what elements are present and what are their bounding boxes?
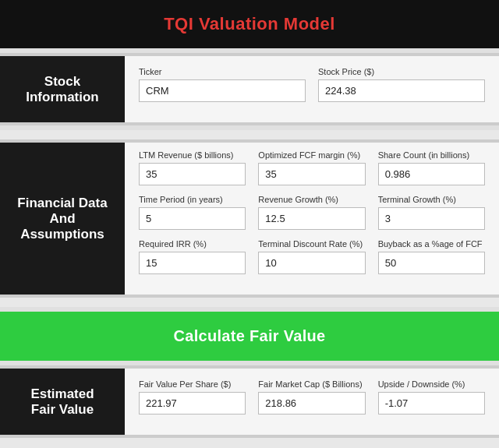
required-irr-group: Required IRR (%) xyxy=(139,239,246,274)
required-irr-input[interactable] xyxy=(139,252,246,274)
page-header: TQI Valuation Model xyxy=(0,0,499,48)
financial-row-2: Time Period (in years) Revenue Growth (%… xyxy=(139,195,485,230)
fair-value-per-share-label: Fair Value Per Share ($) xyxy=(139,379,246,389)
time-period-label: Time Period (in years) xyxy=(139,195,246,204)
financial-section-label: Financial Data And Assumptions xyxy=(0,143,125,295)
fair-value-section-content: Fair Value Per Share ($) Fair Market Cap… xyxy=(125,369,499,435)
gap-2 xyxy=(0,298,499,307)
ticker-label: Ticker xyxy=(139,67,306,76)
terminal-growth-group: Terminal Growth (%) xyxy=(378,195,485,230)
fcf-margin-input[interactable] xyxy=(258,163,365,185)
buyback-input[interactable] xyxy=(378,252,485,274)
stock-information-section: Stock Information Ticker Stock Price ($) xyxy=(0,53,499,125)
stock-section-label: Stock Information xyxy=(0,56,125,122)
share-count-group: Share Count (in billions) xyxy=(378,150,485,185)
time-period-group: Time Period (in years) xyxy=(139,195,246,230)
terminal-discount-label: Terminal Discount Rate (%) xyxy=(258,239,365,249)
fcf-margin-group: Optimized FCF margin (%) xyxy=(258,150,365,185)
financial-row-3: Required IRR (%) Terminal Discount Rate … xyxy=(139,239,485,274)
fair-market-cap-label: Fair Market Cap ($ Billions) xyxy=(258,379,365,389)
financial-row-1: LTM Revenue ($ billions) Optimized FCF m… xyxy=(139,150,485,185)
stock-price-input[interactable] xyxy=(318,79,485,102)
required-irr-label: Required IRR (%) xyxy=(139,239,246,249)
terminal-growth-label: Terminal Growth (%) xyxy=(378,195,485,204)
stock-section-content: Ticker Stock Price ($) xyxy=(125,56,499,122)
fair-market-cap-input[interactable] xyxy=(258,392,365,414)
terminal-discount-group: Terminal Discount Rate (%) xyxy=(258,239,365,274)
ticker-input[interactable] xyxy=(139,79,306,102)
revenue-growth-input[interactable] xyxy=(258,207,365,230)
share-count-input[interactable] xyxy=(378,163,485,185)
terminal-discount-input[interactable] xyxy=(258,252,365,274)
ticker-group: Ticker xyxy=(139,67,306,102)
revenue-growth-group: Revenue Growth (%) xyxy=(258,195,365,230)
share-count-label: Share Count (in billions) xyxy=(378,150,485,160)
upside-downside-group: Upside / Downside (%) xyxy=(378,379,485,414)
fair-value-per-share-input[interactable] xyxy=(139,392,246,414)
ltm-revenue-label: LTM Revenue ($ billions) xyxy=(139,150,246,160)
revenue-growth-label: Revenue Growth (%) xyxy=(258,195,365,204)
upside-downside-input[interactable] xyxy=(378,392,485,414)
fcf-margin-label: Optimized FCF margin (%) xyxy=(258,150,365,160)
stock-price-group: Stock Price ($) xyxy=(318,67,485,102)
terminal-growth-input[interactable] xyxy=(378,207,485,230)
buyback-label: Buyback as a %age of FCF xyxy=(378,239,485,249)
fair-market-cap-group: Fair Market Cap ($ Billions) xyxy=(258,379,365,414)
page-title: TQI Valuation Model xyxy=(164,14,335,34)
upside-downside-label: Upside / Downside (%) xyxy=(378,379,485,389)
calculate-fair-value-button[interactable]: Calculate Fair Value xyxy=(0,312,499,361)
stock-fields-row: Ticker Stock Price ($) xyxy=(139,67,485,102)
financial-data-section: Financial Data And Assumptions LTM Reven… xyxy=(0,139,499,298)
gap-1 xyxy=(0,130,499,139)
ltm-revenue-group: LTM Revenue ($ billions) xyxy=(139,150,246,185)
buyback-group: Buyback as a %age of FCF xyxy=(378,239,485,274)
fair-value-row: Fair Value Per Share ($) Fair Market Cap… xyxy=(139,379,485,414)
fair-value-section-label: Estimated Fair Value xyxy=(0,369,125,435)
fair-value-section: Estimated Fair Value Fair Value Per Shar… xyxy=(0,365,499,438)
fair-value-per-share-group: Fair Value Per Share ($) xyxy=(139,379,246,414)
ltm-revenue-input[interactable] xyxy=(139,163,246,185)
financial-section-content: LTM Revenue ($ billions) Optimized FCF m… xyxy=(125,143,499,295)
stock-price-label: Stock Price ($) xyxy=(318,67,485,76)
time-period-input[interactable] xyxy=(139,207,246,230)
